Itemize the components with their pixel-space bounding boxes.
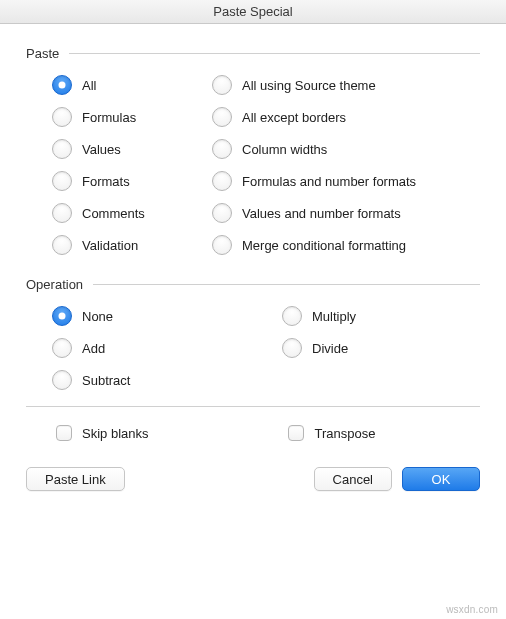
radio-merge-conditional[interactable]: Merge conditional formatting	[212, 235, 480, 255]
radio-icon	[212, 235, 232, 255]
operation-group-label: Operation	[26, 277, 480, 292]
radio-label: Column widths	[242, 142, 327, 157]
cancel-button[interactable]: Cancel	[314, 467, 392, 491]
ok-button[interactable]: OK	[402, 467, 480, 491]
radio-icon	[52, 203, 72, 223]
radio-divide[interactable]: Divide	[282, 338, 480, 358]
radio-icon	[52, 338, 72, 358]
radio-label: None	[82, 309, 113, 324]
radio-icon	[282, 306, 302, 326]
watermark: wsxdn.com	[446, 604, 498, 615]
divider-line	[93, 284, 480, 285]
radio-none[interactable]: None	[52, 306, 272, 326]
divider-line	[69, 53, 480, 54]
window-title: Paste Special	[0, 0, 506, 24]
dialog-content: Paste All All using Source theme Formula…	[0, 24, 506, 509]
radio-icon	[52, 171, 72, 191]
radio-label: Comments	[82, 206, 145, 221]
radio-icon	[212, 107, 232, 127]
paste-group-label: Paste	[26, 46, 480, 61]
radio-icon	[282, 338, 302, 358]
radio-subtract[interactable]: Subtract	[52, 370, 272, 390]
radio-all-except-borders[interactable]: All except borders	[212, 107, 480, 127]
radio-icon	[52, 370, 72, 390]
checkbox-icon	[288, 425, 304, 441]
radio-label: Divide	[312, 341, 348, 356]
radio-label: Validation	[82, 238, 138, 253]
radio-icon	[212, 171, 232, 191]
radio-icon	[52, 235, 72, 255]
radio-label: Formats	[82, 174, 130, 189]
radio-icon	[52, 139, 72, 159]
checkbox-icon	[56, 425, 72, 441]
radio-label: Add	[82, 341, 105, 356]
radio-icon	[212, 75, 232, 95]
checkbox-skip-blanks[interactable]: Skip blanks	[56, 425, 148, 441]
radio-label: Multiply	[312, 309, 356, 324]
radio-label: Formulas	[82, 110, 136, 125]
radio-icon	[212, 203, 232, 223]
radio-all[interactable]: All	[52, 75, 202, 95]
checkbox-label: Skip blanks	[82, 426, 148, 441]
radio-icon	[212, 139, 232, 159]
paste-link-button[interactable]: Paste Link	[26, 467, 125, 491]
radio-label: Values	[82, 142, 121, 157]
divider	[26, 406, 480, 407]
checkbox-label: Transpose	[314, 426, 375, 441]
radio-label: Formulas and number formats	[242, 174, 416, 189]
radio-multiply[interactable]: Multiply	[282, 306, 480, 326]
radio-label: Values and number formats	[242, 206, 401, 221]
radio-column-widths[interactable]: Column widths	[212, 139, 480, 159]
radio-label: All	[82, 78, 96, 93]
paste-options: All All using Source theme Formulas All …	[52, 75, 480, 255]
paste-group-text: Paste	[26, 46, 59, 61]
radio-icon	[52, 107, 72, 127]
button-row: Paste Link Cancel OK	[26, 467, 480, 491]
radio-comments[interactable]: Comments	[52, 203, 202, 223]
radio-label: Merge conditional formatting	[242, 238, 406, 253]
radio-all-source-theme[interactable]: All using Source theme	[212, 75, 480, 95]
checkbox-transpose[interactable]: Transpose	[288, 425, 375, 441]
radio-icon	[52, 306, 72, 326]
radio-values-number-formats[interactable]: Values and number formats	[212, 203, 480, 223]
radio-formats[interactable]: Formats	[52, 171, 202, 191]
radio-label: All except borders	[242, 110, 346, 125]
radio-label: Subtract	[82, 373, 130, 388]
radio-icon	[52, 75, 72, 95]
radio-add[interactable]: Add	[52, 338, 272, 358]
radio-values[interactable]: Values	[52, 139, 202, 159]
radio-label: All using Source theme	[242, 78, 376, 93]
radio-validation[interactable]: Validation	[52, 235, 202, 255]
operation-group-text: Operation	[26, 277, 83, 292]
radio-formulas[interactable]: Formulas	[52, 107, 202, 127]
checkbox-row: Skip blanks Transpose	[56, 425, 480, 441]
radio-formulas-number-formats[interactable]: Formulas and number formats	[212, 171, 480, 191]
operation-options: None Multiply Add Divide Subtract	[52, 306, 480, 390]
